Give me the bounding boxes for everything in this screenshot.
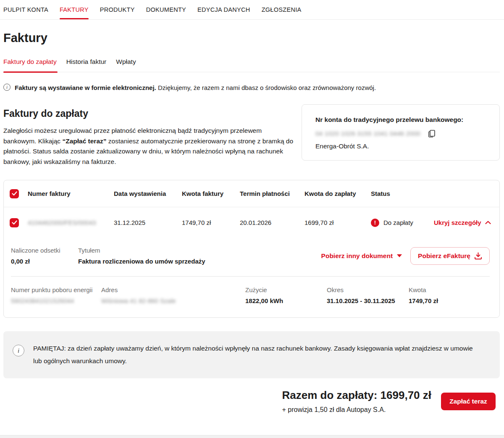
info-icon: i <box>3 84 10 91</box>
amount-value: 1749,70 zł <box>409 297 438 304</box>
amount-label: Kwota <box>409 286 438 293</box>
col-header-data-wystawienia: Data wystawienia <box>114 190 182 197</box>
usage-value: 1822,00 kWh <box>245 297 327 304</box>
payment-summary: Razem do zapłaty: 1699,70 zł + prowizja … <box>3 389 500 414</box>
info-icon: i <box>13 345 24 356</box>
download-einvoice-button[interactable]: Pobierz eFakturę <box>410 247 490 265</box>
nav-item-dokumenty[interactable]: DOKUMENTY <box>146 0 186 19</box>
alert-icon: ! <box>371 219 379 227</box>
reminder-text: PAMIĘTAJ: za dzień zapłaty uważamy dzień… <box>33 342 483 367</box>
ppe-field: Numer punktu poboru energii 590243841021… <box>11 286 101 304</box>
tab-wplaty[interactable]: Wpłaty <box>116 58 136 72</box>
status-label: Do zapłaty <box>383 219 413 226</box>
row-checkbox[interactable] <box>10 218 19 227</box>
interest-value: 0,00 zł <box>11 258 78 265</box>
tab-historia-faktur[interactable]: Historia faktur <box>66 58 108 72</box>
issue-date-cell: 31.12.2025 <box>114 219 182 226</box>
select-all-checkbox[interactable] <box>10 189 19 198</box>
invoice-details: Naliczone odsetki 0,00 zł Tytułem Faktur… <box>4 238 499 317</box>
download-einvoice-label: Pobierz eFakturę <box>418 252 470 260</box>
title-value: Faktura rozliczeniowa do umów sprzedaży <box>78 258 321 265</box>
bank-account-title: Nr konta do tradycyjnego przelewu bankow… <box>315 116 487 124</box>
amount-due-cell: 1699,70 zł <box>304 219 371 226</box>
download-icon <box>474 252 482 260</box>
caret-down-icon <box>397 254 402 257</box>
period-label: Okres <box>327 286 409 293</box>
col-header-numer-faktury: Numer faktury <box>28 190 114 197</box>
ppe-label: Numer punktu poboru energii <box>11 286 101 293</box>
notice-regular-text: Dziękujemy, że razem z nami dbasz o środ… <box>158 84 376 91</box>
copy-icon <box>427 129 436 138</box>
col-header-kwota-do-zaplaty: Kwota do zapłaty <box>304 190 371 197</box>
toggle-details-label: Ukryj szczegóły <box>434 219 481 226</box>
due-date-cell: 20.01.2026 <box>240 219 304 226</box>
interest-label: Naliczone odsetki <box>11 247 78 254</box>
address-field: Adres Wiśniowa 41 82-860 Szale <box>101 286 245 304</box>
address-label: Adres <box>101 286 245 293</box>
period-field: Okres 31.10.2025 - 30.11.2025 <box>327 286 409 304</box>
invoice-row: 4104462000/FES/00043 31.12.2025 1749,70 … <box>4 207 499 238</box>
usage-label: Zużycie <box>245 286 327 293</box>
nav-item-zgloszenia[interactable]: ZGŁOSZENIA <box>262 0 302 19</box>
checkmark-icon <box>12 191 17 196</box>
bank-account-box: Nr konta do tradycyjnego przelewu bankow… <box>302 104 500 161</box>
e-invoice-notice: i Faktury są wystawiane w formie elektro… <box>3 84 500 92</box>
invoice-number-redacted: 4104462000/FES/00043 <box>28 219 114 226</box>
bank-company-name: Energa-Obrót S.A. <box>315 142 487 150</box>
nav-item-produkty[interactable]: PRODUKTY <box>100 0 135 19</box>
col-header-status: Status <box>371 190 434 197</box>
bank-account-number-redacted: 04 1020 1026 3155 1041 0446 2000 <box>315 130 420 137</box>
invoice-amount-cell: 1749,70 zł <box>182 219 240 226</box>
fee-note: + prowizja 1,50 zł dla Autopay S.A. <box>282 406 431 414</box>
top-navigation: PULPIT KONTA FAKTURY PRODUKTY DOKUMENTY … <box>0 0 504 20</box>
usage-field: Zużycie 1822,00 kWh <box>245 286 327 304</box>
tab-faktury-do-zaplaty[interactable]: Faktury do zapłaty <box>3 58 58 72</box>
title-field: Tytułem Faktura rozliczeniowa do umów sp… <box>78 247 321 265</box>
ppe-value-redacted: 590243841021526044 <box>11 297 101 304</box>
copy-account-button[interactable] <box>427 129 436 138</box>
checkmark-icon <box>12 220 17 225</box>
notice-bold-text: Faktury są wystawiane w formie elektroni… <box>15 84 156 91</box>
total-due-label: Razem do zapłaty: 1699,70 zł <box>282 389 431 402</box>
amount-field: Kwota 1749,70 zł <box>409 286 438 304</box>
nav-item-pulpit-konta[interactable]: PULPIT KONTA <box>3 0 48 19</box>
section-heading: Faktury do zapłaty <box>3 108 297 119</box>
invoices-table-card: Numer faktury Data wystawienia Kwota fak… <box>3 180 500 318</box>
col-header-termin-platnosci: Termin płatności <box>240 190 304 197</box>
footer-strip <box>0 435 504 438</box>
table-header-row: Numer faktury Data wystawienia Kwota fak… <box>4 180 499 207</box>
desc-bold: “Zapłać teraz” <box>62 137 106 145</box>
download-other-label: Pobierz inny dokument <box>321 252 393 260</box>
nav-item-edycja-danych[interactable]: EDYCJA DANYCH <box>197 0 250 19</box>
chevron-up-icon <box>485 221 491 224</box>
download-other-document-link[interactable]: Pobierz inny dokument <box>321 252 402 260</box>
nav-item-faktury[interactable]: FAKTURY <box>60 0 89 19</box>
col-header-kwota-faktury: Kwota faktury <box>182 190 240 197</box>
status-cell: ! Do zapłaty <box>371 219 434 227</box>
interest-field: Naliczone odsetki 0,00 zł <box>11 247 78 265</box>
toggle-details-link[interactable]: Ukryj szczegóły <box>434 219 491 226</box>
section-description: Zaległości możesz uregulować przez płatn… <box>3 126 294 167</box>
reminder-banner: i PAMIĘTAJ: za dzień zapłaty uważamy dzi… <box>3 331 500 378</box>
e-invoice-notice-text: Faktury są wystawiane w formie elektroni… <box>15 84 376 92</box>
pay-now-button[interactable]: Zapłać teraz <box>441 393 496 410</box>
page-title: Faktury <box>3 31 500 45</box>
invoice-tabs: Faktury do zapłaty Historia faktur Wpłat… <box>3 58 500 72</box>
title-label: Tytułem <box>78 247 321 254</box>
address-value-redacted: Wiśniowa 41 82-860 Szale <box>101 297 245 304</box>
period-value: 31.10.2025 - 30.11.2025 <box>327 297 409 304</box>
